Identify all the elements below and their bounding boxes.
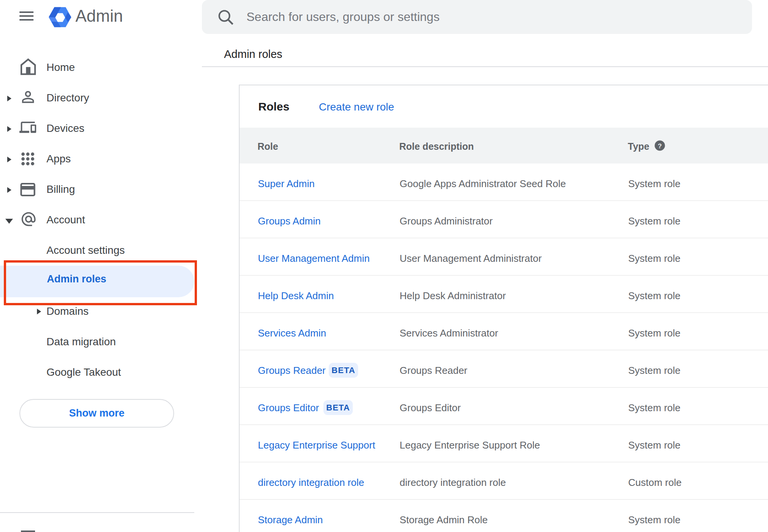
svg-text:?: ?	[658, 143, 662, 150]
